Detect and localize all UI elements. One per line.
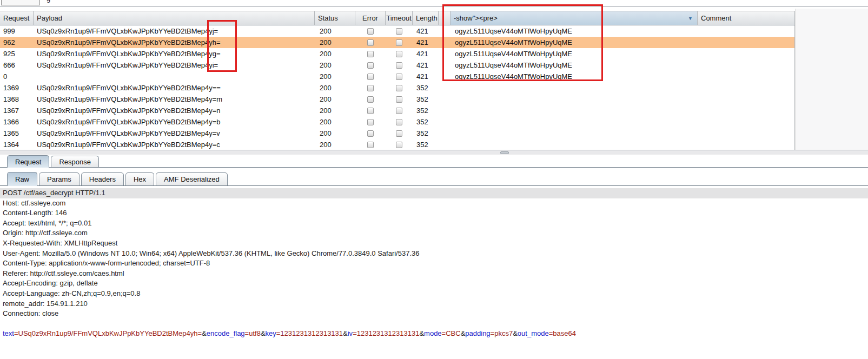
timeout-checkbox[interactable] (396, 96, 402, 103)
cell-length: 421 (413, 25, 439, 37)
cell-request: 1367 (0, 105, 34, 116)
request-header-line: Content-Type: application/x-www-form-url… (0, 258, 868, 269)
param-name: out_mode (518, 329, 549, 337)
cell-error (355, 48, 386, 59)
table-row[interactable]: 1369USq0z9xRn1up9/FFmVQLxbKwJPpKbYYeBD2t… (0, 82, 795, 94)
tab-raw[interactable]: Raw (7, 172, 37, 186)
filter-control-fragment (1, 0, 40, 5)
cell-status: 200 (315, 59, 355, 71)
request-headers: Host: ctf.ssleye.comContent-Length: 146A… (0, 198, 868, 319)
sort-descending-icon[interactable]: ▼ (688, 16, 694, 21)
cell-comment (698, 116, 795, 128)
error-checkbox[interactable] (367, 130, 374, 137)
cell-timeout (386, 48, 413, 59)
timeout-checkbox[interactable] (396, 74, 402, 80)
table-row[interactable]: 1367USq0z9xRn1up9/FFmVQLxbKwJPpKbYYeBD2t… (0, 105, 795, 116)
column-header-payload[interactable]: Payload (34, 11, 315, 25)
cell-error (355, 25, 386, 37)
table-right-background (795, 9, 868, 150)
column-header-length[interactable]: Length (413, 11, 439, 25)
column-header-error[interactable]: Error (355, 11, 386, 25)
cell-length: 352 (413, 128, 439, 139)
error-checkbox[interactable] (367, 62, 374, 69)
raw-request-editor[interactable]: POST /ctf/aes_decrypt HTTP/1.1 Host: ctf… (0, 188, 868, 359)
cell-payload: USq0z9xRn1up9/FFmVQLxbKwJPpKbYYeBD2tBMep… (34, 25, 315, 37)
cell-timeout (386, 116, 413, 128)
error-checkbox[interactable] (367, 85, 374, 91)
tab-amf-deserialized[interactable]: AMF Deserialized (156, 172, 228, 185)
param-value: =pkcs7 (491, 329, 513, 337)
error-checkbox[interactable] (367, 51, 374, 57)
table-row[interactable]: 962USq0z9xRn1up9/FFmVQLxbKwJPpKbYYeBD2tB… (0, 37, 795, 48)
table-row[interactable]: 925USq0z9xRn1up9/FFmVQLxbKwJPpKbYYeBD2tB… (0, 48, 795, 59)
tab-hex[interactable]: Hex (125, 172, 154, 185)
cell-status: 200 (315, 48, 355, 59)
tab-response[interactable]: Response (51, 156, 99, 167)
column-header-status[interactable]: Status (315, 11, 355, 25)
cell-error (355, 71, 386, 82)
table-row[interactable]: 1368USq0z9xRn1up9/FFmVQLxbKwJPpKbYYeBD2t… (0, 94, 795, 105)
error-checkbox[interactable] (367, 96, 374, 103)
column-header-comment[interactable]: Comment (698, 11, 795, 25)
cell-timeout (386, 139, 413, 150)
intruder-results-window: g Request Payload Status Error Timeout L… (0, 0, 868, 359)
table-row[interactable]: 1365USq0z9xRn1up9/FFmVQLxbKwJPpKbYYeBD2t… (0, 128, 795, 139)
timeout-checkbox[interactable] (396, 85, 402, 91)
param-name: key (266, 329, 276, 337)
error-checkbox[interactable] (367, 39, 374, 46)
cell-extract (450, 94, 698, 105)
cell-request: 1365 (0, 128, 34, 139)
request-header-line: Host: ctf.ssleye.com (0, 198, 868, 209)
column-header-timeout[interactable]: Timeout (386, 11, 413, 25)
tab-request[interactable]: Request (7, 155, 49, 168)
cell-length: 421 (413, 37, 439, 48)
cell-payload: USq0z9xRn1up9/FFmVQLxbKwJPpKbYYeBD2tBMep… (34, 128, 315, 139)
cell-status: 200 (315, 128, 355, 139)
request-header-line: Content-Length: 146 (0, 208, 868, 218)
cell-length: 352 (413, 105, 439, 116)
horizontal-scrollbar[interactable] (0, 150, 868, 155)
tab-params[interactable]: Params (39, 172, 79, 185)
table-row[interactable]: 0200421ogyzL511UqseV44oMTfWoHpyUqME (0, 71, 795, 82)
cell-spacer (439, 94, 450, 105)
error-checkbox[interactable] (367, 119, 374, 125)
error-checkbox[interactable] (367, 74, 374, 80)
cell-extract (450, 82, 698, 94)
table-row[interactable]: 999USq0z9xRn1up9/FFmVQLxbKwJPpKbYYeBD2tB… (0, 25, 795, 37)
cell-timeout (386, 59, 413, 71)
timeout-checkbox[interactable] (396, 108, 402, 114)
request-header-line: Connection: close (0, 309, 868, 319)
param-separator: & (261, 329, 266, 337)
column-header-request[interactable]: Request (0, 11, 34, 25)
param-name: text (3, 329, 14, 337)
error-checkbox[interactable] (367, 28, 374, 35)
request-header-line: Accept-Encoding: gzip, deflate (0, 278, 868, 289)
cell-status: 200 (315, 105, 355, 116)
cell-status: 200 (315, 25, 355, 37)
timeout-checkbox[interactable] (396, 130, 402, 137)
error-checkbox[interactable] (367, 108, 374, 114)
cell-error (355, 139, 386, 150)
timeout-checkbox[interactable] (396, 51, 402, 57)
annotation-box-extract-column (442, 4, 603, 81)
timeout-checkbox[interactable] (396, 142, 402, 148)
cell-comment (698, 139, 795, 150)
error-checkbox[interactable] (367, 142, 374, 148)
table-row[interactable]: 1364USq0z9xRn1up9/FFmVQLxbKwJPpKbYYeBD2t… (0, 139, 795, 150)
scrollbar-thumb[interactable] (500, 151, 509, 154)
timeout-checkbox[interactable] (396, 119, 402, 125)
table-row[interactable]: 666USq0z9xRn1up9/FFmVQLxbKwJPpKbYYeBD2tB… (0, 59, 795, 71)
cell-payload: USq0z9xRn1up9/FFmVQLxbKwJPpKbYYeBD2tBMep… (34, 94, 315, 105)
table-row[interactable]: 1366USq0z9xRn1up9/FFmVQLxbKwJPpKbYYeBD2t… (0, 116, 795, 128)
cell-request: 0 (0, 71, 34, 82)
param-separator: & (343, 329, 348, 337)
cell-length: 352 (413, 94, 439, 105)
timeout-checkbox[interactable] (396, 28, 402, 35)
timeout-checkbox[interactable] (396, 39, 402, 46)
tab-headers[interactable]: Headers (81, 172, 124, 185)
annotation-box-payload-suffix (207, 20, 237, 72)
timeout-checkbox[interactable] (396, 62, 402, 69)
cell-request: 1369 (0, 82, 34, 94)
cell-error (355, 105, 386, 116)
cell-status: 200 (315, 37, 355, 48)
